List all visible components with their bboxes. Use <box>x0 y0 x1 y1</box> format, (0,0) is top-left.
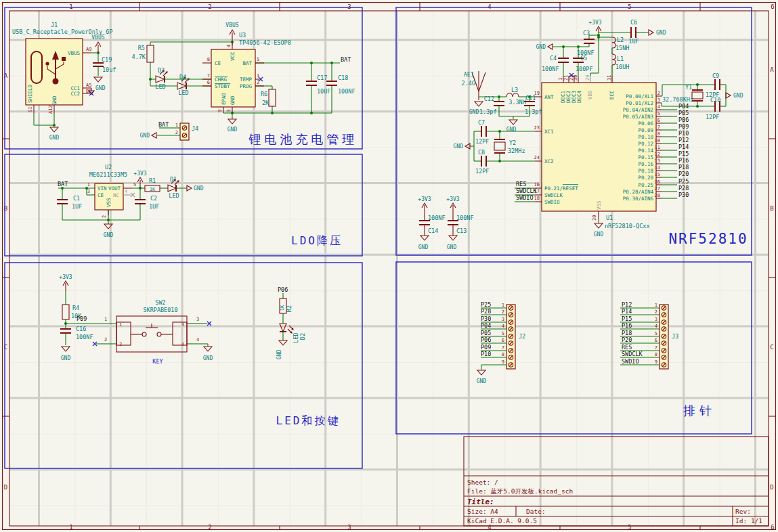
tb-id: Id: 1/1 <box>735 517 762 525</box>
net-label-swdclk[interactable]: SWDCLK <box>516 187 538 194</box>
j2-num-1: 1 <box>502 303 504 308</box>
j1-pin-cc2: CC2 <box>70 91 80 97</box>
j3-num-9: 9 <box>655 359 657 365</box>
gnd-label-d2: GND <box>276 349 282 359</box>
net-label-swdio[interactable]: SWDIO <box>516 194 534 201</box>
c18-ref: C18 <box>338 74 348 81</box>
net-label-res[interactable]: RES <box>516 181 526 187</box>
label-section-ldo: LDO降压 <box>291 234 343 247</box>
u1-pin-reset: P0.21/RESET <box>544 185 578 192</box>
u1-value: nRF52810-QCxx <box>605 223 650 229</box>
sw2-pin-4: 4 <box>181 342 184 347</box>
v33-label-c14: +3V3 <box>418 196 431 202</box>
j2-num-6: 6 <box>502 338 504 343</box>
sw2-value: SKRPABE010 <box>143 307 177 313</box>
net-labels-u1-right[interactable]: P04 P05 P06 P09 P10 P12 P14 P15 P16 P18 … <box>678 103 689 198</box>
u3-value: TP4056-42-ESOP8 <box>239 39 291 46</box>
c11-ref: C11 <box>525 95 536 102</box>
l2-ref: L2 <box>617 37 624 43</box>
r6-ref: R6 <box>261 91 267 97</box>
v33-label-ldo: +3V3 <box>133 171 146 177</box>
u2-pin-ce: CE <box>98 192 104 198</box>
u1-num-reset: 16 <box>534 182 540 187</box>
c19-ref: C19 <box>102 56 112 63</box>
tb-title: Title: <box>467 497 494 506</box>
c4-value: 100NF <box>542 66 559 72</box>
gnd-label-usb: GND <box>49 135 60 141</box>
u1-pin-xc2: XC2 <box>544 158 554 164</box>
j1-pin-shield: SHIELD <box>27 84 33 103</box>
ic-U1-nrf52810[interactable]: U1 nRF52810-QCxx DEC1 DEC2 DEC3 DEC4 VDD… <box>534 75 662 229</box>
u3-num-4: 4 <box>226 45 232 47</box>
u1-num-vdd: 29 <box>585 75 590 81</box>
u2-pin-vin: VIN <box>98 185 107 192</box>
d4-value: LED <box>178 89 188 96</box>
net-label-key: KEY <box>152 358 163 365</box>
u1-pin-vss: VSS <box>596 200 602 210</box>
net-p12[interactable]: P12 <box>678 137 689 143</box>
u1-num-dec4: 30 <box>573 75 578 81</box>
j3-net-4: P16 <box>622 322 632 329</box>
u1-pin-p004: P0.04/AIN2 <box>623 107 653 113</box>
u1-pin-p014: P0.14 <box>638 148 653 154</box>
sw2-num-4: 4 <box>196 337 199 342</box>
u1-pin-p028: P0.28/AIN4 <box>623 189 654 195</box>
l1-ref: L1 <box>617 56 624 62</box>
j2-ref: J2 <box>519 333 525 340</box>
j3-net-2: P14 <box>622 308 632 315</box>
j2-net-2: P28 <box>481 308 491 315</box>
net-label-bat-ldo[interactable]: BAT <box>58 181 68 187</box>
j3-net-9: SWDIO <box>622 358 639 365</box>
u1-rnum-5: 7 <box>657 125 660 130</box>
c3-value: 100NF <box>577 49 595 56</box>
sw2-ref: SW2 <box>155 299 165 306</box>
net-p10[interactable]: P10 <box>678 130 689 137</box>
frame-col-5b: 5 <box>628 524 631 531</box>
u3-pin-vcc: VCC <box>230 51 236 61</box>
frame-col-3: 3 <box>347 3 351 10</box>
u2-pin-nc: NC <box>113 192 119 198</box>
net-p05[interactable]: P05 <box>678 110 689 116</box>
net-p20[interactable]: P20 <box>678 171 689 177</box>
net-label-p06-led[interactable]: P06 <box>278 286 288 293</box>
net-p09[interactable]: P09 <box>678 123 689 130</box>
net-p25[interactable]: P25 <box>678 178 689 185</box>
j2-num-8: 8 <box>502 352 504 357</box>
net-label-p09[interactable]: P09 <box>77 315 87 322</box>
schematic-canvas[interactable]: 1 2 3 4 5 6 1 2 3 4 5 6 A B C D A B C D … <box>0 0 778 532</box>
net-p14[interactable]: P14 <box>678 143 689 150</box>
gnd-label-u3: GND <box>228 127 238 133</box>
net-p16[interactable]: P16 <box>678 157 689 164</box>
label-section-headers: 排针 <box>683 403 716 418</box>
gnd-label-c13: GND <box>447 244 457 250</box>
net-p06[interactable]: P06 <box>678 116 689 123</box>
u1-pin-dec4: DEC4 <box>576 90 582 103</box>
r2-ref: R2 <box>286 305 293 312</box>
c8-value: 12PF <box>475 168 489 175</box>
frame-row-a2: A <box>770 66 774 73</box>
u2-num-5: 5 <box>133 182 136 187</box>
u3-num-9: 9 <box>217 110 223 112</box>
u1-pin-p015: P0.15 <box>638 154 653 160</box>
c3-ref: C3 <box>583 30 590 37</box>
j3-ref: J3 <box>672 333 678 340</box>
j2-num-3: 3 <box>502 317 504 322</box>
gnd-label-c16: GND <box>61 355 71 361</box>
u1-rnum-12: 15 <box>655 172 660 177</box>
u1-pin-p010: P0.10 <box>638 134 653 140</box>
net-p15[interactable]: P15 <box>678 150 689 157</box>
net-p28[interactable]: P28 <box>678 185 689 192</box>
u1-rnum-7: 10 <box>655 138 660 143</box>
net-label-bat-charger[interactable]: BAT <box>341 56 351 63</box>
gnd-label-c6: GND <box>656 30 666 36</box>
u1-pin-swdio: SWDIO <box>544 199 560 205</box>
c14-ref: C14 <box>428 227 438 234</box>
net-p30[interactable]: P30 <box>678 192 689 198</box>
sw2-num-2: 2 <box>104 337 107 342</box>
u3-pin-stdby: STDBY <box>215 83 230 89</box>
u1-rnum-2: 4 <box>657 104 660 110</box>
net-p18[interactable]: P18 <box>678 164 689 171</box>
u1-num-dec1: 1 <box>558 78 563 81</box>
u1-pin-p009: P0.09 <box>638 127 653 133</box>
r5-ref: R5 <box>138 45 145 51</box>
